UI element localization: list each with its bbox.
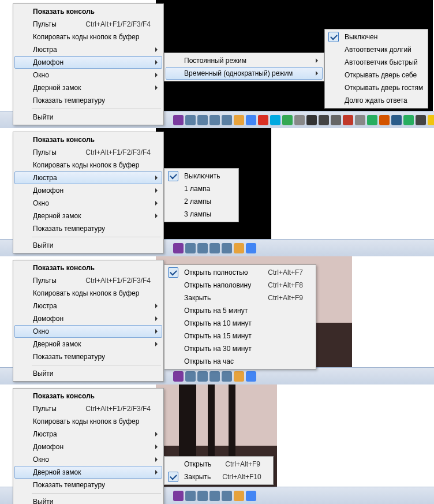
menu-intercom[interactable]: Домофон <box>14 184 162 197</box>
taskbar-app-icon[interactable] <box>343 115 353 125</box>
menu-intercom[interactable]: Домофон <box>14 440 162 453</box>
menu-show-temp[interactable]: Показать температуру <box>14 479 162 491</box>
menu-copy-codes[interactable]: Копировать коды кнопок в буфер <box>14 159 162 171</box>
taskbar-app-icon[interactable] <box>391 115 402 125</box>
menu-show-temp[interactable]: Показать температуру <box>14 350 162 363</box>
menu-window[interactable]: Окно <box>14 197 162 210</box>
taskbar-app-icon[interactable] <box>367 115 377 125</box>
menu-turn-off[interactable]: Выключить <box>166 170 237 182</box>
taskbar-app-icon[interactable] <box>222 243 232 253</box>
menu-temporary-mode[interactable]: Временный (однократный) режим <box>166 67 323 80</box>
taskbar-app-icon[interactable] <box>185 491 196 501</box>
taskbar-app-icon[interactable] <box>416 115 426 125</box>
menu-window[interactable]: Окно <box>14 325 162 338</box>
taskbar-app-icon[interactable] <box>197 371 208 382</box>
menu-exit[interactable]: Выйти <box>14 495 162 504</box>
menu-open-half[interactable]: Открыть наполовинуCtrl+Alt+F8 <box>166 279 315 292</box>
menu-open-30min[interactable]: Открыть на 30 минут <box>166 342 315 355</box>
menu-open-10min[interactable]: Открыть на 10 минут <box>166 317 315 330</box>
menu-open-15min[interactable]: Открыть на 15 минут <box>166 330 315 342</box>
taskbar-app-icon[interactable] <box>306 115 317 125</box>
taskbar-app-icon[interactable] <box>222 371 232 382</box>
menu-open-hour[interactable]: Открыть на час <box>166 355 315 368</box>
menu-remotes[interactable]: ПультыCtrl+Alt+F1/F2/F3/F4 <box>14 18 162 31</box>
menu-remotes[interactable]: ПультыCtrl+Alt+F1/F2/F3/F4 <box>14 402 162 415</box>
menu-open-5min[interactable]: Открыть на 5 минут <box>166 304 315 317</box>
menu-show-console[interactable]: Показать консоль <box>14 390 162 402</box>
menu-off[interactable]: Выключен <box>326 31 426 43</box>
taskbar-app-icon[interactable] <box>319 115 329 125</box>
taskbar-app-icon[interactable] <box>294 115 305 125</box>
menu-exit[interactable]: Выйти <box>14 111 162 124</box>
menu-lamp3[interactable]: 3 лампы <box>166 208 237 221</box>
taskbar-app-icon[interactable] <box>234 491 244 501</box>
menu-show-temp[interactable]: Показать температуру <box>14 94 162 107</box>
taskbar-app-icon[interactable] <box>355 115 365 125</box>
menu-lock-close[interactable]: ЗакрытьCtrl+Alt+F10 <box>166 471 272 483</box>
menu-show-console[interactable]: Показать консоль <box>14 262 162 274</box>
taskbar-app-icon[interactable] <box>379 115 390 125</box>
menu-remotes[interactable]: ПультыCtrl+Alt+F1/F2/F3/F4 <box>14 146 162 159</box>
taskbar-app-icon[interactable] <box>258 115 268 125</box>
menu-auto-fast[interactable]: Автоответчик быстрый <box>326 56 426 69</box>
taskbar-app-icon[interactable] <box>209 243 220 253</box>
taskbar-app-icon[interactable] <box>197 115 208 125</box>
menu-window[interactable]: Окно <box>14 453 162 466</box>
taskbar-app-icon[interactable] <box>246 491 256 501</box>
menu-copy-codes[interactable]: Копировать коды кнопок в буфер <box>14 287 162 300</box>
menu-show-console[interactable]: Показать консоль <box>14 133 162 146</box>
menu-door-lock[interactable]: Дверной замок <box>14 466 162 479</box>
menu-close-window[interactable]: ЗакрытьCtrl+Alt+F9 <box>166 292 315 304</box>
menu-wait-long[interactable]: Долго ждать ответа <box>326 94 426 107</box>
taskbar-app-icon[interactable] <box>403 115 414 125</box>
menu-auto-long[interactable]: Автоответчик долгий <box>326 43 426 56</box>
taskbar-app-icon[interactable] <box>209 115 220 125</box>
menu-chandelier[interactable]: Люстра <box>14 428 162 440</box>
taskbar-app-icon[interactable] <box>246 115 256 125</box>
menu-exit[interactable]: Выйти <box>14 239 162 252</box>
menu-chandelier[interactable]: Люстра <box>14 171 162 184</box>
menu-open-full[interactable]: Открыть полностьюCtrl+Alt+F7 <box>166 266 315 279</box>
menu-door-lock[interactable]: Дверной замок <box>14 338 162 350</box>
taskbar-app-icon[interactable] <box>222 491 232 501</box>
taskbar-app-icon[interactable] <box>270 115 280 125</box>
taskbar-app-icon[interactable] <box>173 115 184 125</box>
taskbar-app-icon[interactable] <box>209 491 220 501</box>
menu-permanent-mode[interactable]: Постоянный режим <box>166 54 323 67</box>
taskbar-app-icon[interactable] <box>234 371 244 382</box>
menu-lamp1[interactable]: 1 лампа <box>166 182 237 195</box>
menu-open-guests[interactable]: Открывать дверь гостям <box>326 81 426 94</box>
taskbar-app-icon[interactable] <box>428 115 434 125</box>
taskbar-app-icon[interactable] <box>173 491 184 501</box>
taskbar-app-icon[interactable] <box>209 371 220 382</box>
menu-door-lock[interactable]: Дверной замок <box>14 81 162 94</box>
taskbar-app-icon[interactable] <box>234 243 244 253</box>
taskbar-app-icon[interactable] <box>185 115 196 125</box>
taskbar-app-icon[interactable] <box>222 115 232 125</box>
menu-show-console[interactable]: Показать консоль <box>14 5 162 18</box>
menu-open-self[interactable]: Открывать дверь себе <box>326 69 426 81</box>
taskbar-app-icon[interactable] <box>331 115 341 125</box>
taskbar-app-icon[interactable] <box>185 243 196 253</box>
menu-lock-open[interactable]: ОткрытьCtrl+Alt+F9 <box>166 458 272 471</box>
taskbar-app-icon[interactable] <box>246 243 256 253</box>
taskbar-app-icon[interactable] <box>173 243 184 253</box>
menu-chandelier[interactable]: Люстра <box>14 43 162 56</box>
menu-window[interactable]: Окно <box>14 69 162 81</box>
menu-chandelier[interactable]: Люстра <box>14 300 162 312</box>
taskbar-app-icon[interactable] <box>246 371 256 382</box>
taskbar-app-icon[interactable] <box>282 115 293 125</box>
menu-lamp2[interactable]: 2 лампы <box>166 195 237 208</box>
menu-intercom[interactable]: Домофон <box>14 56 162 69</box>
menu-copy-codes[interactable]: Копировать коды кнопок в буфер <box>14 415 162 428</box>
taskbar-app-icon[interactable] <box>185 371 196 382</box>
menu-show-temp[interactable]: Показать температуру <box>14 222 162 235</box>
taskbar-app-icon[interactable] <box>234 115 244 125</box>
menu-intercom[interactable]: Домофон <box>14 312 162 325</box>
taskbar-app-icon[interactable] <box>197 243 208 253</box>
taskbar-app-icon[interactable] <box>197 491 208 501</box>
menu-exit[interactable]: Выйти <box>14 367 162 380</box>
taskbar-app-icon[interactable] <box>173 371 184 382</box>
menu-remotes[interactable]: ПультыCtrl+Alt+F1/F2/F3/F4 <box>14 274 162 287</box>
menu-copy-codes[interactable]: Копировать коды кнопок в буфер <box>14 31 162 43</box>
